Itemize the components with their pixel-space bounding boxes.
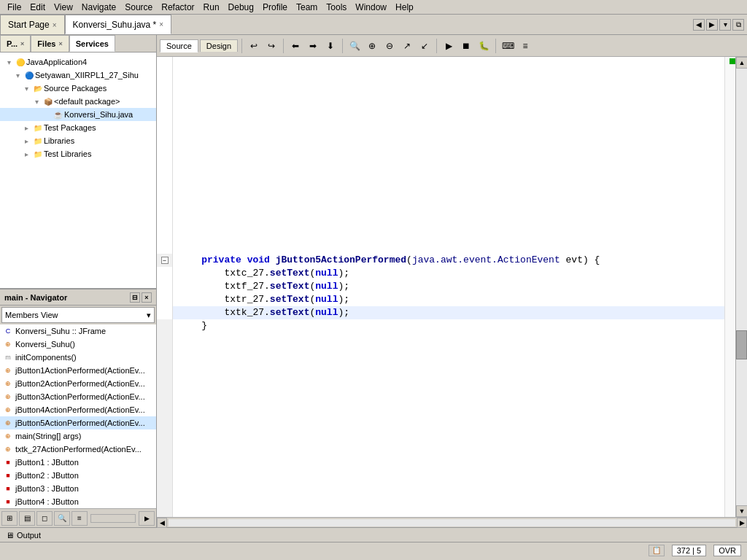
tab-source[interactable]: Source bbox=[160, 39, 198, 52]
vscroll-thumb[interactable] bbox=[736, 330, 747, 359]
tab-nav-menu[interactable]: ▾ bbox=[719, 19, 731, 31]
tab-projects-label: P... bbox=[7, 39, 18, 48]
tree-item-java[interactable]: ☕ Konversi_Sihu.java bbox=[0, 108, 156, 121]
tab-files-close[interactable]: × bbox=[58, 40, 62, 47]
tree-item-defaultpkg[interactable]: ▾ 📦 <default package> bbox=[0, 95, 156, 108]
nav-tool-btn5[interactable]: ≡ bbox=[71, 511, 88, 526]
tab-startpage-close[interactable]: × bbox=[53, 21, 57, 29]
tree-item-libraries[interactable]: ▸ 📁 Libraries bbox=[0, 134, 156, 147]
member-jbtn2[interactable]: ⊕ jButton2ActionPerformed(ActionEv... bbox=[0, 377, 156, 390]
nav-tool-btn1[interactable]: ⊞ bbox=[1, 511, 18, 526]
hscroll-left[interactable]: ◀ bbox=[157, 518, 167, 528]
members-dropdown-arrow: ▾ bbox=[147, 311, 151, 320]
nav-tool-btn2[interactable]: ▤ bbox=[19, 511, 35, 526]
expand-icon-java bbox=[41, 109, 53, 120]
btn-down[interactable]: ⬇ bbox=[322, 38, 338, 54]
member-initcomponents[interactable]: m initComponents() bbox=[0, 351, 156, 364]
menu-profile[interactable]: Profile bbox=[258, 1, 292, 14]
nav-tool-btn3[interactable]: ◻ bbox=[36, 511, 53, 526]
tab-projects-close[interactable]: × bbox=[20, 40, 24, 47]
btn-toggle3[interactable]: ↗ bbox=[399, 38, 415, 54]
tab-konversi[interactable]: Konversi_Suhu.java * × bbox=[65, 15, 172, 34]
btn-list[interactable]: ≡ bbox=[517, 38, 533, 54]
menu-refactor[interactable]: Refactor bbox=[157, 1, 198, 14]
member-field2[interactable]: ■ jButton2 : JButton bbox=[0, 469, 156, 482]
member-class[interactable]: C Konversi_Suhu :: JFrame bbox=[0, 324, 156, 338]
output-label[interactable]: Output bbox=[14, 531, 44, 540]
hscroll-right[interactable]: ▶ bbox=[737, 518, 747, 528]
nav-tool-btn4[interactable]: 🔍 bbox=[54, 511, 70, 526]
btn-keyboard[interactable]: ⌨ bbox=[500, 38, 516, 54]
nav-header-buttons: ⊟ × bbox=[130, 292, 152, 303]
member-field4[interactable]: ■ jButton4 : JButton bbox=[0, 495, 156, 508]
vertical-scrollbar[interactable]: ▲ ▼ bbox=[735, 57, 747, 517]
tab-startpage[interactable]: Start Page × bbox=[0, 15, 65, 34]
member-main[interactable]: ⊕ main(String[] args) bbox=[0, 429, 156, 443]
menu-team[interactable]: Team bbox=[292, 1, 322, 14]
menu-help[interactable]: Help bbox=[391, 1, 418, 14]
tab-nav-left[interactable]: ◀ bbox=[693, 19, 705, 31]
btn-search[interactable]: 🔍 bbox=[347, 38, 363, 54]
member-jbtn5[interactable]: ⊕ jButton5ActionPerformed(ActionEv... bbox=[0, 416, 156, 429]
btn-undo[interactable]: ↩ bbox=[246, 38, 262, 54]
nav-title: main - Navigator bbox=[4, 293, 67, 302]
java-file-icon: ☕ bbox=[53, 109, 64, 120]
menu-view[interactable]: View bbox=[50, 1, 77, 14]
tab-nav-right[interactable]: ▶ bbox=[706, 19, 718, 31]
nav-hscroll[interactable] bbox=[90, 514, 136, 523]
code-content[interactable]: private void jButton5ActionPerformed(jav… bbox=[173, 57, 724, 517]
menu-navigate[interactable]: Navigate bbox=[77, 1, 120, 14]
menu-edit[interactable]: Edit bbox=[26, 1, 50, 14]
tab-konversi-close[interactable]: × bbox=[159, 20, 163, 28]
collapse-icon[interactable]: − bbox=[161, 257, 169, 264]
vscroll-up[interactable]: ▲ bbox=[736, 57, 747, 69]
btn-stop[interactable]: ⏹ bbox=[458, 38, 474, 54]
gutter-collapse-btn[interactable]: − bbox=[157, 254, 172, 267]
members-dropdown-label: Members View bbox=[5, 311, 58, 319]
btn-debug[interactable]: 🐛 bbox=[476, 38, 492, 54]
setyawan-icon: 🔵 bbox=[23, 69, 35, 81]
tab-files[interactable]: Files × bbox=[31, 35, 69, 52]
hscroll-track[interactable] bbox=[169, 519, 735, 526]
tab-nav-restore[interactable]: ⧉ bbox=[732, 19, 744, 31]
vscroll-down[interactable]: ▼ bbox=[736, 505, 747, 517]
menu-source[interactable]: Source bbox=[120, 1, 157, 14]
tree-item-setyawan[interactable]: ▾ 🔵 Setyawan_XIIRPL1_27_Sihu bbox=[0, 69, 156, 82]
btn-toggle2[interactable]: ⊖ bbox=[382, 38, 398, 54]
menu-window[interactable]: Window bbox=[351, 1, 391, 14]
member-txtk[interactable]: ⊕ txtk_27ActionPerformed(ActionEv... bbox=[0, 443, 156, 456]
statusbar-icon[interactable]: 📋 bbox=[649, 545, 665, 556]
tree-item-sourcepackages[interactable]: ▾ 📂 Source Packages bbox=[0, 82, 156, 95]
member-field1[interactable]: ■ jButton1 : JButton bbox=[0, 456, 156, 469]
member-jbtn4[interactable]: ⊕ jButton4ActionPerformed(ActionEv... bbox=[0, 403, 156, 416]
tree-item-app[interactable]: ▾ 🟡 JavaApplication4 bbox=[0, 55, 156, 69]
member-jbtn1[interactable]: ⊕ jButton1ActionPerformed(ActionEv... bbox=[0, 364, 156, 377]
btn-toggle1[interactable]: ⊕ bbox=[364, 38, 380, 54]
menu-debug[interactable]: Debug bbox=[224, 1, 258, 14]
nav-close-btn[interactable]: × bbox=[142, 292, 152, 303]
btn-next[interactable]: ➡ bbox=[305, 38, 321, 54]
menu-file[interactable]: File bbox=[3, 1, 26, 14]
members-dropdown[interactable]: Members View ▾ bbox=[1, 307, 155, 323]
expand-icon-default: ▾ bbox=[31, 96, 42, 107]
tree-item-testpkg[interactable]: ▸ 📁 Test Packages bbox=[0, 121, 156, 134]
tree-item-testlibs[interactable]: ▸ 📁 Test Libraries bbox=[0, 147, 156, 160]
tab-services[interactable]: Services bbox=[69, 35, 115, 52]
dot4: . bbox=[264, 306, 270, 319]
btn-toggle4[interactable]: ↙ bbox=[417, 38, 433, 54]
menu-tools[interactable]: Tools bbox=[322, 1, 351, 14]
tab-projects[interactable]: P... × bbox=[0, 35, 31, 52]
nav-minimize-btn[interactable]: ⊟ bbox=[130, 292, 140, 303]
menu-run[interactable]: Run bbox=[199, 1, 224, 14]
member-field3[interactable]: ■ jButton3 : JButton bbox=[0, 482, 156, 495]
tab-design[interactable]: Design bbox=[200, 39, 238, 52]
btn-prev[interactable]: ⬅ bbox=[287, 38, 303, 54]
nav-tool-btn-right[interactable]: ▶ bbox=[139, 511, 155, 526]
btn-redo[interactable]: ↪ bbox=[263, 38, 279, 54]
null3: null bbox=[315, 293, 338, 306]
member-label-field3: jButton3 : JButton bbox=[15, 484, 79, 493]
vscroll-track[interactable] bbox=[736, 69, 747, 505]
member-constructor[interactable]: ⊕ Konversi_Suhu() bbox=[0, 338, 156, 351]
member-jbtn3[interactable]: ⊕ jButton3ActionPerformed(ActionEv... bbox=[0, 390, 156, 403]
btn-run[interactable]: ▶ bbox=[441, 38, 457, 54]
